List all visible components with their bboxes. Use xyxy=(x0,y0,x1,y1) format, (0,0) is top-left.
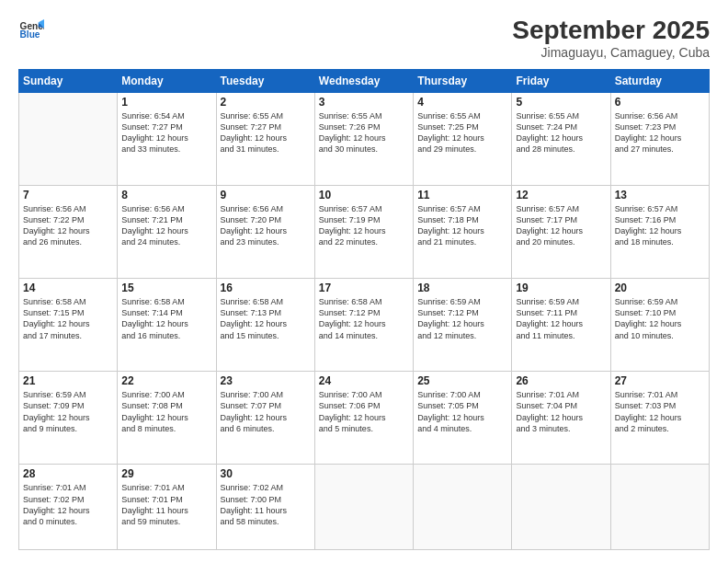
weekday-monday: Monday xyxy=(118,69,216,92)
week-row-4: 21Sunrise: 6:59 AM Sunset: 7:09 PM Dayli… xyxy=(19,372,710,465)
calendar-table: SundayMondayTuesdayWednesdayThursdayFrid… xyxy=(18,69,710,550)
day-number: 13 xyxy=(615,189,705,201)
calendar-page: General Blue September 2025 Jimaguayu, C… xyxy=(0,0,728,563)
calendar-cell: 8Sunrise: 6:56 AM Sunset: 7:21 PM Daylig… xyxy=(118,185,216,278)
day-info: Sunrise: 6:59 AM Sunset: 7:09 PM Dayligh… xyxy=(23,389,113,434)
day-info: Sunrise: 6:56 AM Sunset: 7:21 PM Dayligh… xyxy=(121,203,211,248)
day-number: 5 xyxy=(516,96,606,109)
day-number: 20 xyxy=(615,282,705,294)
day-number: 1 xyxy=(121,96,211,109)
calendar-cell: 1Sunrise: 6:54 AM Sunset: 7:27 PM Daylig… xyxy=(118,92,216,185)
title-block: September 2025 Jimaguayu, Camaguey, Cuba xyxy=(512,17,710,60)
day-info: Sunrise: 6:59 AM Sunset: 7:11 PM Dayligh… xyxy=(516,296,606,341)
day-info: Sunrise: 7:00 AM Sunset: 7:06 PM Dayligh… xyxy=(319,389,409,434)
day-info: Sunrise: 6:56 AM Sunset: 7:23 PM Dayligh… xyxy=(615,110,705,155)
week-row-5: 28Sunrise: 7:01 AM Sunset: 7:02 PM Dayli… xyxy=(19,465,710,550)
week-row-1: 1Sunrise: 6:54 AM Sunset: 7:27 PM Daylig… xyxy=(19,92,710,185)
calendar-cell: 3Sunrise: 6:55 AM Sunset: 7:26 PM Daylig… xyxy=(314,92,413,185)
calendar-cell: 12Sunrise: 6:57 AM Sunset: 7:17 PM Dayli… xyxy=(512,185,610,278)
calendar-cell: 19Sunrise: 6:59 AM Sunset: 7:11 PM Dayli… xyxy=(512,279,610,372)
calendar-cell xyxy=(314,465,413,550)
day-number: 22 xyxy=(121,374,211,387)
calendar-cell: 25Sunrise: 7:00 AM Sunset: 7:05 PM Dayli… xyxy=(414,372,512,465)
calendar-cell: 20Sunrise: 6:59 AM Sunset: 7:10 PM Dayli… xyxy=(610,279,709,372)
calendar-cell xyxy=(19,92,118,185)
calendar-cell: 28Sunrise: 7:01 AM Sunset: 7:02 PM Dayli… xyxy=(19,465,118,550)
calendar-cell: 30Sunrise: 7:02 AM Sunset: 7:00 PM Dayli… xyxy=(216,465,314,550)
day-number: 29 xyxy=(121,467,211,480)
day-number: 27 xyxy=(615,374,705,387)
calendar-cell: 21Sunrise: 6:59 AM Sunset: 7:09 PM Dayli… xyxy=(19,372,118,465)
calendar-cell xyxy=(414,465,512,550)
day-number: 4 xyxy=(417,96,507,109)
calendar-cell: 10Sunrise: 6:57 AM Sunset: 7:19 PM Dayli… xyxy=(314,185,413,278)
weekday-sunday: Sunday xyxy=(19,69,118,92)
calendar-title: September 2025 xyxy=(512,17,710,45)
calendar-cell: 13Sunrise: 6:57 AM Sunset: 7:16 PM Dayli… xyxy=(610,185,709,278)
calendar-cell: 7Sunrise: 6:56 AM Sunset: 7:22 PM Daylig… xyxy=(19,185,118,278)
calendar-cell: 14Sunrise: 6:58 AM Sunset: 7:15 PM Dayli… xyxy=(19,279,118,372)
calendar-cell: 17Sunrise: 6:58 AM Sunset: 7:12 PM Dayli… xyxy=(314,279,413,372)
calendar-subtitle: Jimaguayu, Camaguey, Cuba xyxy=(512,45,710,60)
day-number: 6 xyxy=(615,96,705,109)
calendar-cell: 27Sunrise: 7:01 AM Sunset: 7:03 PM Dayli… xyxy=(610,372,709,465)
day-info: Sunrise: 6:56 AM Sunset: 7:20 PM Dayligh… xyxy=(221,203,311,248)
logo: General Blue xyxy=(18,17,44,42)
day-number: 17 xyxy=(319,282,409,294)
day-number: 25 xyxy=(417,374,507,387)
calendar-cell: 6Sunrise: 6:56 AM Sunset: 7:23 PM Daylig… xyxy=(610,92,709,185)
calendar-cell: 15Sunrise: 6:58 AM Sunset: 7:14 PM Dayli… xyxy=(118,279,216,372)
day-info: Sunrise: 7:02 AM Sunset: 7:00 PM Dayligh… xyxy=(221,482,311,527)
day-info: Sunrise: 7:01 AM Sunset: 7:02 PM Dayligh… xyxy=(23,482,113,527)
calendar-header: General Blue September 2025 Jimaguayu, C… xyxy=(18,17,710,60)
calendar-cell: 18Sunrise: 6:59 AM Sunset: 7:12 PM Dayli… xyxy=(414,279,512,372)
day-number: 7 xyxy=(23,189,113,201)
day-info: Sunrise: 7:00 AM Sunset: 7:08 PM Dayligh… xyxy=(121,389,211,434)
weekday-thursday: Thursday xyxy=(414,69,512,92)
weekday-saturday: Saturday xyxy=(610,69,709,92)
day-info: Sunrise: 6:54 AM Sunset: 7:27 PM Dayligh… xyxy=(121,110,211,155)
calendar-cell: 11Sunrise: 6:57 AM Sunset: 7:18 PM Dayli… xyxy=(414,185,512,278)
weekday-friday: Friday xyxy=(512,69,610,92)
day-number: 12 xyxy=(516,189,606,201)
day-info: Sunrise: 6:59 AM Sunset: 7:12 PM Dayligh… xyxy=(417,296,507,341)
day-number: 23 xyxy=(221,374,311,387)
calendar-cell: 2Sunrise: 6:55 AM Sunset: 7:27 PM Daylig… xyxy=(216,92,314,185)
day-number: 10 xyxy=(319,189,409,201)
day-info: Sunrise: 6:55 AM Sunset: 7:24 PM Dayligh… xyxy=(516,110,606,155)
calendar-cell xyxy=(610,465,709,550)
day-number: 3 xyxy=(319,96,409,109)
svg-text:Blue: Blue xyxy=(20,29,40,40)
day-info: Sunrise: 6:57 AM Sunset: 7:18 PM Dayligh… xyxy=(417,203,507,248)
calendar-cell: 24Sunrise: 7:00 AM Sunset: 7:06 PM Dayli… xyxy=(314,372,413,465)
day-number: 14 xyxy=(23,282,113,294)
day-number: 11 xyxy=(417,189,507,201)
day-info: Sunrise: 6:55 AM Sunset: 7:25 PM Dayligh… xyxy=(417,110,507,155)
day-info: Sunrise: 6:55 AM Sunset: 7:27 PM Dayligh… xyxy=(221,110,311,155)
day-info: Sunrise: 7:01 AM Sunset: 7:01 PM Dayligh… xyxy=(121,482,211,527)
day-number: 26 xyxy=(516,374,606,387)
day-info: Sunrise: 7:01 AM Sunset: 7:04 PM Dayligh… xyxy=(516,389,606,434)
day-number: 24 xyxy=(319,374,409,387)
day-number: 28 xyxy=(23,467,113,480)
day-info: Sunrise: 6:57 AM Sunset: 7:17 PM Dayligh… xyxy=(516,203,606,248)
weekday-tuesday: Tuesday xyxy=(216,69,314,92)
day-info: Sunrise: 6:58 AM Sunset: 7:13 PM Dayligh… xyxy=(221,296,311,341)
logo-icon: General Blue xyxy=(18,17,44,42)
day-number: 15 xyxy=(121,282,211,294)
day-number: 8 xyxy=(121,189,211,201)
day-info: Sunrise: 6:59 AM Sunset: 7:10 PM Dayligh… xyxy=(615,296,705,341)
calendar-cell: 29Sunrise: 7:01 AM Sunset: 7:01 PM Dayli… xyxy=(118,465,216,550)
day-info: Sunrise: 6:57 AM Sunset: 7:16 PM Dayligh… xyxy=(615,203,705,248)
calendar-cell: 5Sunrise: 6:55 AM Sunset: 7:24 PM Daylig… xyxy=(512,92,610,185)
day-info: Sunrise: 6:58 AM Sunset: 7:12 PM Dayligh… xyxy=(319,296,409,341)
calendar-cell: 26Sunrise: 7:01 AM Sunset: 7:04 PM Dayli… xyxy=(512,372,610,465)
day-number: 19 xyxy=(516,282,606,294)
calendar-cell: 16Sunrise: 6:58 AM Sunset: 7:13 PM Dayli… xyxy=(216,279,314,372)
day-info: Sunrise: 6:57 AM Sunset: 7:19 PM Dayligh… xyxy=(319,203,409,248)
week-row-3: 14Sunrise: 6:58 AM Sunset: 7:15 PM Dayli… xyxy=(19,279,710,372)
calendar-cell: 22Sunrise: 7:00 AM Sunset: 7:08 PM Dayli… xyxy=(118,372,216,465)
day-info: Sunrise: 6:55 AM Sunset: 7:26 PM Dayligh… xyxy=(319,110,409,155)
day-info: Sunrise: 7:00 AM Sunset: 7:05 PM Dayligh… xyxy=(417,389,507,434)
weekday-wednesday: Wednesday xyxy=(314,69,413,92)
